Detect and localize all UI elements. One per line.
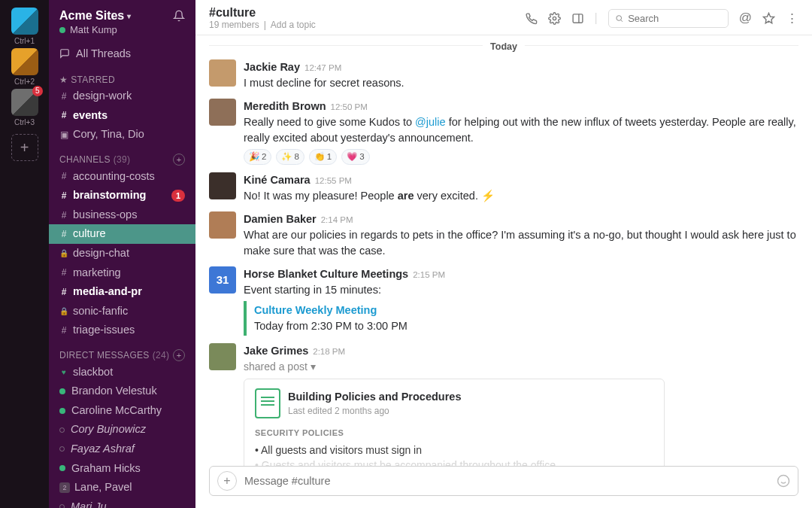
sidebar-dm-Lane-Pavel[interactable]: 2Lane, Pavel [49, 478, 195, 497]
star-icon[interactable] [762, 12, 775, 25]
message: Meredith Brown12:50 PMReally need to giv… [209, 94, 798, 168]
sidebar-item-design-work[interactable]: #design-work [49, 87, 195, 106]
message-composer[interactable]: + [209, 466, 798, 496]
post-attachment[interactable]: Building Policies and Procedures Last ed… [244, 379, 665, 466]
add-dm-button[interactable]: + [173, 349, 185, 361]
sidebar-item-Cory-Tina-Dio[interactable]: ▣Cory, Tina, Dio [49, 125, 195, 144]
message-author[interactable]: Meredith Brown [244, 99, 326, 114]
team-name: Acme Sites [59, 9, 124, 23]
message-author[interactable]: Horse Blanket Culture Meetings [244, 266, 408, 282]
search-field[interactable] [628, 13, 722, 24]
reaction[interactable]: 🎉2 [244, 149, 271, 165]
workspace-1[interactable]: Ctrl+1 [11, 8, 38, 45]
svg-point-3 [617, 15, 622, 20]
workspace-3[interactable]: Ctrl+35 [11, 89, 38, 126]
add-topic-link[interactable]: Add a topic [271, 20, 316, 30]
sidebar-item-culture[interactable]: #culture [49, 224, 195, 244]
post-meta: Last edited 2 months ago [288, 405, 461, 418]
search-icon [615, 14, 623, 23]
sidebar-dm-Caroline-McCarthy[interactable]: Caroline McCarthy [49, 401, 195, 421]
team-switcher[interactable]: Acme Sites ▾ [59, 9, 131, 23]
add-workspace-button[interactable]: + [11, 134, 38, 161]
message-time: 12:47 PM [304, 62, 341, 75]
mention[interactable]: @julie [415, 116, 446, 128]
message: Jackie Ray12:47 PMI must decline for sec… [209, 55, 798, 94]
avatar[interactable] [209, 59, 236, 87]
message: Damien Baker2:14 PMWhat are our policies… [209, 207, 798, 262]
message-list: Today Jackie Ray12:47 PMI must decline f… [195, 35, 812, 466]
reaction[interactable]: 💗3 [341, 149, 369, 165]
workspace-switcher: Ctrl+1Ctrl+2Ctrl+35+ [0, 0, 49, 508]
message-time: 2:18 PM [313, 345, 345, 358]
presence-dot-icon [59, 504, 65, 508]
reaction[interactable]: ✨8 [276, 149, 304, 165]
message-time: 12:50 PM [331, 101, 368, 114]
avatar[interactable] [209, 343, 236, 370]
presence-dot-icon [59, 465, 65, 471]
sidebar-item-events[interactable]: #events [49, 106, 195, 126]
workspace-2[interactable]: Ctrl+2 [11, 48, 38, 86]
bell-icon[interactable] [173, 10, 185, 22]
sidebar-item-triage-issues[interactable]: #triage-issues [49, 321, 195, 340]
section-starred: ★ STARRED [49, 65, 195, 87]
sidebar-dm-Fayaz-Ashraf[interactable]: Fayaz Ashraf [49, 440, 195, 459]
chevron-down-icon[interactable]: ▾ [311, 359, 316, 374]
channel-title: #culture [209, 6, 316, 20]
phone-icon[interactable] [525, 12, 538, 25]
sidebar-dm-Graham-Hicks[interactable]: Graham Hicks [49, 459, 195, 479]
section-channels[interactable]: CHANNELS (39) + [49, 144, 195, 167]
reaction[interactable]: 👏1 [309, 149, 337, 165]
sidebar-item-design-chat[interactable]: 🔒design-chat [49, 244, 195, 263]
sidebar: Acme Sites ▾ Matt Kump All Threads ★ STA… [49, 0, 195, 508]
sidebar-item-business-ops[interactable]: #business-ops [49, 205, 195, 225]
search-input[interactable] [608, 9, 729, 28]
post-section: SECURITY POLICIES [255, 427, 653, 440]
sidebar-item-brainstorming[interactable]: #brainstorming1 [49, 186, 195, 205]
avatar[interactable] [209, 99, 236, 126]
sidebar-dm-Brandon-Velestuk[interactable]: Brandon Velestuk [49, 382, 195, 401]
message-author[interactable]: Damien Baker [244, 211, 317, 227]
sidebar-dm-Cory-Bujnowicz[interactable]: Cory Bujnowicz [49, 420, 195, 440]
sidebar-dm-Mari-Ju[interactable]: Mari Ju [49, 497, 195, 508]
event-time: Today from 2:30 PM to 3:00 PM [254, 318, 798, 334]
current-user[interactable]: Matt Kump [59, 24, 185, 35]
message-text: No! It was my pleasure! People are very … [244, 188, 798, 204]
message: 31Horse Blanket Culture Meetings2:15 PME… [209, 262, 798, 339]
sidebar-item-sonic-fanfic[interactable]: 🔒sonic-fanfic [49, 302, 195, 321]
threads-icon [59, 48, 70, 59]
message: Kiné Camara12:55 PMNo! It was my pleasur… [209, 168, 798, 207]
multi-dm-icon: 2 [59, 482, 70, 493]
document-icon [255, 388, 280, 418]
star-icon: ★ [59, 75, 68, 85]
pane-icon[interactable] [571, 12, 584, 25]
presence-dot-icon [59, 408, 65, 414]
all-threads-label: All Threads [76, 47, 131, 59]
mentions-icon[interactable]: @ [739, 11, 752, 26]
sidebar-dm-slackbot[interactable]: ♥slackbot [49, 363, 195, 382]
gear-icon[interactable] [548, 12, 561, 25]
attach-button[interactable]: + [217, 471, 237, 491]
message-text: I must decline for secret reasons. [244, 75, 798, 91]
reactions: 🎉2✨8👏1💗3 [244, 149, 798, 165]
avatar[interactable] [209, 211, 236, 239]
emoji-icon[interactable] [777, 474, 790, 488]
message-author[interactable]: Jackie Ray [244, 59, 300, 75]
presence-dot-icon [59, 446, 65, 452]
event-card[interactable]: Culture Weekly MeetingToday from 2:30 PM… [244, 301, 798, 336]
composer-input[interactable] [244, 475, 769, 487]
member-count[interactable]: 19 members [209, 20, 259, 30]
main-pane: #culture 19 members | Add a topic | @ ⋮ … [195, 0, 812, 508]
sidebar-item-marketing[interactable]: #marketing [49, 263, 195, 283]
more-icon[interactable]: ⋮ [786, 11, 798, 26]
svg-line-4 [620, 20, 622, 21]
section-dms[interactable]: DIRECT MESSAGES (24) + [49, 340, 195, 363]
heart-icon: ♥ [59, 367, 68, 378]
message-author[interactable]: Kiné Camara [244, 172, 311, 188]
add-channel-button[interactable]: + [173, 154, 185, 166]
post-title: Building Policies and Procedures [288, 389, 461, 405]
sidebar-item-media-and-pr[interactable]: #media-and-pr [49, 282, 195, 302]
all-threads[interactable]: All Threads [49, 41, 195, 65]
message-author[interactable]: Jake Grimes [244, 343, 308, 359]
avatar[interactable] [209, 172, 236, 199]
sidebar-item-accounting-costs[interactable]: #accounting-costs [49, 167, 195, 187]
